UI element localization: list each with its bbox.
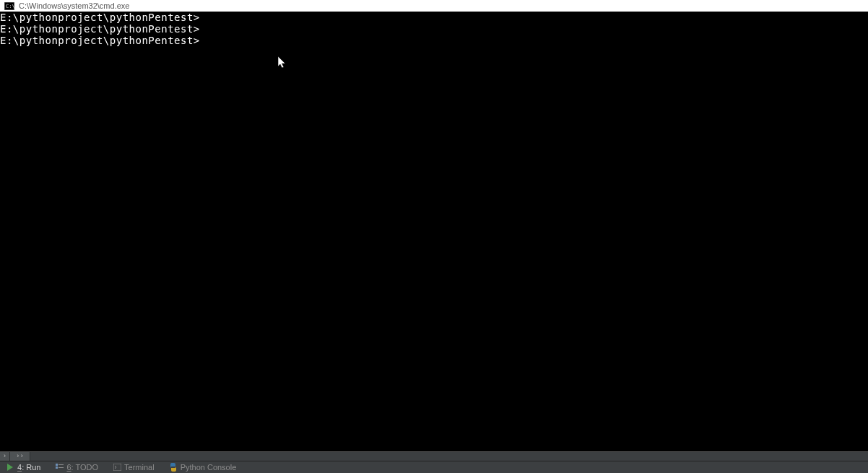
chevron-double-right-icon: ›› xyxy=(16,453,24,460)
mouse-cursor-icon xyxy=(278,56,287,69)
python-console-toolwindow-button[interactable]: Python Console xyxy=(168,461,238,473)
ide-bottom-toolbar: 4: Run 6: TODO Terminal xyxy=(0,461,868,473)
python-icon xyxy=(169,463,178,472)
run-label: Run xyxy=(26,463,40,472)
svg-text:C:\: C:\ xyxy=(6,4,14,9)
terminal-line: E:\pythonproject\pythonPentest> xyxy=(0,23,868,35)
svg-rect-5 xyxy=(58,467,64,468)
terminal-line: E:\pythonproject\pythonPentest> xyxy=(0,35,868,46)
todo-label: TODO xyxy=(75,463,98,472)
terminal-output[interactable]: E:\pythonproject\pythonPentest> E:\pytho… xyxy=(0,12,868,451)
terminal-line: E:\pythonproject\pythonPentest> xyxy=(0,12,868,23)
window-title: C:\Windows\system32\cmd.exe xyxy=(19,1,129,10)
svg-rect-2 xyxy=(56,464,58,466)
svg-rect-4 xyxy=(58,464,64,465)
toolwindow-collapse-1[interactable]: › xyxy=(0,452,10,461)
terminal-toolwindow-button[interactable]: Terminal xyxy=(111,461,156,473)
chevron-right-icon: › xyxy=(3,453,6,460)
terminal-label: Terminal xyxy=(124,463,155,472)
window-titlebar: C:\ C:\Windows\system32\cmd.exe xyxy=(0,0,868,12)
python-console-label: Python Console xyxy=(181,463,237,472)
todo-toolwindow-button[interactable]: 6: TODO xyxy=(53,461,100,473)
cmd-icon: C:\ xyxy=(4,1,14,10)
run-play-icon xyxy=(6,463,14,472)
toolwindow-tabstrip: › ›› xyxy=(0,451,868,461)
terminal-icon xyxy=(113,463,121,472)
svg-rect-6 xyxy=(113,464,121,471)
todo-list-icon xyxy=(55,463,64,472)
svg-rect-3 xyxy=(56,467,58,469)
run-toolwindow-button[interactable]: 4: Run xyxy=(4,461,42,473)
toolwindow-collapse-2[interactable]: ›› xyxy=(10,452,30,461)
